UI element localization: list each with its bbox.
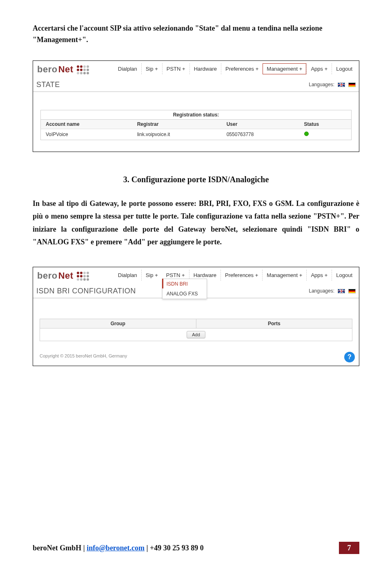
language-selector: Languages: — [309, 288, 356, 294]
cell-status — [299, 129, 352, 140]
nav-management[interactable]: Management + — [262, 270, 306, 281]
col-user: User — [222, 119, 299, 129]
add-button[interactable]: Add — [187, 331, 205, 338]
languages-label: Languages: — [309, 82, 334, 87]
cell-account-name: VoIPVoice — [41, 129, 132, 140]
flag-de-icon[interactable] — [348, 83, 356, 87]
nav-dialplan[interactable]: Dialplan — [114, 63, 141, 74]
nav-logout[interactable]: Logout — [332, 270, 356, 281]
footer-sep: | — [145, 544, 150, 552]
page-footer: beroNet GmbH | info@beronet.com | +49 30… — [33, 542, 359, 554]
col-group: Group — [40, 319, 196, 328]
isdn-config-screenshot: beroNet Dialplan Sip + PSTN + ISDN BRI A… — [33, 267, 359, 366]
logo-dots-icon — [77, 65, 89, 74]
flag-uk-icon[interactable] — [338, 83, 345, 87]
footer-sep: | — [81, 544, 87, 552]
footer-phone: +49 30 25 93 89 0 — [150, 544, 204, 552]
nav-sip[interactable]: Sip + — [141, 63, 162, 74]
page-title-isdn: ISDN BRI CONFIGURATION — [36, 287, 136, 295]
nav-management[interactable]: Management + — [263, 63, 306, 74]
col-ports: Ports — [196, 319, 352, 328]
language-selector: Languages: — [309, 82, 356, 87]
col-status: Status — [299, 119, 352, 129]
logo-bero: bero — [37, 64, 58, 75]
beronet-logo: beroNet — [36, 268, 91, 283]
footer-email-link[interactable]: info@beronet.com — [87, 544, 145, 552]
help-icon[interactable]: ? — [344, 352, 355, 362]
col-account-name: Account name — [41, 119, 132, 129]
table-row: VoIPVoice link.voipvoice.it 0550763778 — [41, 129, 352, 140]
logo-net: Net — [58, 270, 74, 281]
intro-paragraph: Accertarsi che l'account SIP sia attivo … — [33, 23, 359, 46]
flag-uk-icon[interactable] — [338, 289, 345, 293]
nav-hardware[interactable]: Hardware — [189, 63, 221, 74]
nav-dialplan[interactable]: Dialplan — [114, 270, 141, 281]
top-nav: Dialplan Sip + PSTN + ISDN BRI ANALOG FX… — [114, 270, 356, 281]
nav-apps[interactable]: Apps + — [306, 63, 332, 74]
nav-logout[interactable]: Logout — [332, 63, 356, 74]
status-online-icon — [304, 132, 309, 136]
dropdown-analog-fxs[interactable]: ANALOG FXS — [163, 289, 207, 299]
logo-dots-icon — [77, 272, 89, 281]
cell-user: 0550763778 — [222, 129, 299, 140]
beronet-logo: beroNet — [36, 62, 91, 76]
languages-label: Languages: — [309, 288, 334, 294]
nav-preferences[interactable]: Preferences + — [221, 63, 263, 74]
footer-company: beroNet GmbH — [33, 544, 81, 552]
top-nav: Dialplan Sip + PSTN + Hardware Preferenc… — [114, 63, 356, 74]
copyright-text: Copyright © 2015 beroNet GmbH, Germany — [40, 353, 359, 358]
flag-de-icon[interactable] — [348, 289, 356, 293]
cell-registrar: link.voipvoice.it — [132, 129, 222, 140]
state-screenshot: beroNet Dialplan Sip + PSTN + Hardware P… — [33, 60, 359, 152]
ports-table: Group Ports Add — [40, 319, 352, 341]
nav-preferences[interactable]: Preferences + — [220, 270, 262, 281]
logo-net: Net — [58, 64, 74, 75]
pstn-dropdown: ISDN BRI ANALOG FXS — [162, 279, 207, 299]
col-registrar: Registrar — [132, 119, 222, 129]
page-number: 7 — [339, 542, 359, 554]
dropdown-isdn-bri[interactable]: ISDN BRI — [163, 279, 207, 289]
nav-apps[interactable]: Apps + — [306, 270, 332, 281]
logo-bero: bero — [37, 270, 58, 281]
body-paragraph: In base al tipo di Gateway, le porte pos… — [33, 197, 359, 249]
registration-table: Account name Registrar User Status VoIPV… — [40, 119, 352, 140]
registration-status-heading: Registration status: — [40, 110, 352, 119]
nav-sip[interactable]: Sip + — [141, 270, 162, 281]
section-heading: 3. Configurazione porte ISDN/Analogiche — [33, 175, 359, 184]
nav-pstn[interactable]: PSTN + — [162, 63, 189, 74]
page-title-state: STATE — [36, 80, 60, 89]
